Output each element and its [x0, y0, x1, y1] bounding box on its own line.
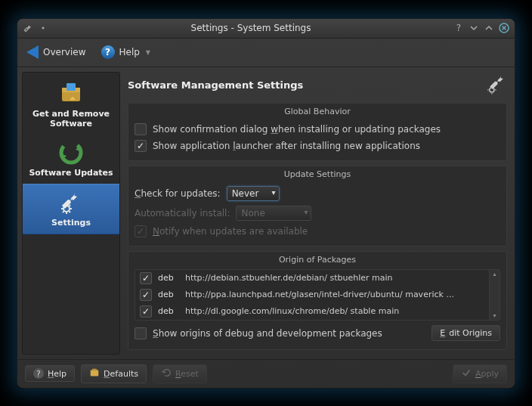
pin-icon[interactable] — [37, 22, 49, 34]
package-icon — [59, 82, 83, 106]
reset-button: Reset — [153, 364, 207, 383]
origin-checkbox[interactable] — [140, 289, 152, 301]
sidebar-item-updates[interactable]: Software Updates — [23, 135, 119, 184]
origin-type: deb — [158, 273, 179, 283]
origin-url: http://dl.google.com/linux/chrome/deb/ s… — [185, 306, 495, 316]
settings-icon — [59, 191, 83, 215]
help-label: Help — [119, 47, 140, 57]
help-icon: ? — [101, 45, 115, 59]
overview-button[interactable]: Overview — [23, 44, 89, 60]
scroll-up-icon[interactable]: ▴ — [490, 270, 500, 278]
help-menu-button[interactable]: ? Help ▼ — [98, 44, 154, 60]
maximize-icon[interactable] — [483, 22, 495, 34]
origin-row[interactable]: deb http://debian.stbuehler.de/debian/ s… — [135, 270, 500, 287]
svg-point-5 — [61, 143, 81, 163]
show-debug-label: Show origins of debug and development pa… — [153, 328, 382, 339]
group-legend: Global Behavior — [135, 107, 500, 116]
origin-url: http://debian.stbuehler.de/debian/ stbue… — [185, 273, 495, 283]
group-legend: Update Settings — [135, 169, 500, 179]
check-updates-label: Check for updates: — [135, 188, 221, 199]
notify-label: Notify when updates are available — [153, 226, 308, 237]
auto-install-select: None — [236, 206, 311, 221]
whatsthis-icon[interactable]: ? — [453, 22, 465, 34]
svg-point-0 — [42, 27, 45, 29]
origin-checkbox[interactable] — [140, 305, 152, 318]
close-icon[interactable] — [498, 22, 510, 34]
back-arrow-icon — [26, 45, 39, 59]
sidebar: Get and Remove Software Software Updates… — [22, 72, 120, 355]
origin-url: http://ppa.launchpad.net/glasen/intel-dr… — [185, 290, 495, 299]
edit-origins-button[interactable]: Edit Origins — [431, 325, 500, 341]
sidebar-item-label: Software Updates — [29, 168, 113, 178]
auto-install-label: Automatically install: — [135, 208, 230, 218]
wrench-icon[interactable] — [22, 22, 34, 34]
sidebar-item-label: Get and Remove Software — [26, 109, 116, 129]
updates-icon — [59, 141, 83, 165]
help-small-icon: ? — [33, 368, 44, 379]
minimize-icon[interactable] — [468, 22, 480, 34]
origin-checkbox[interactable] — [140, 272, 152, 284]
sidebar-item-get-remove[interactable]: Get and Remove Software — [23, 76, 119, 135]
sidebar-item-settings[interactable]: Settings — [23, 184, 119, 234]
undo-icon — [161, 367, 172, 380]
group-legend: Origin of Packages — [135, 255, 500, 265]
confirm-checkbox[interactable] — [135, 123, 147, 135]
svg-rect-8 — [91, 370, 99, 376]
notify-checkbox — [135, 225, 147, 237]
origin-type: deb — [158, 306, 179, 316]
check-updates-select[interactable]: Never — [227, 186, 280, 201]
origins-list[interactable]: deb http://debian.stbuehler.de/debian/ s… — [135, 269, 500, 321]
help-button[interactable]: ? Help — [25, 365, 75, 382]
confirm-label: Show confirmation dialog when installing… — [153, 124, 441, 135]
settings-window: Settings - System Settings ? Overview ? … — [17, 18, 515, 389]
overview-label: Overview — [43, 47, 86, 57]
chevron-down-icon: ▼ — [146, 49, 150, 56]
wrench-large-icon — [486, 73, 507, 97]
svg-rect-4 — [66, 83, 76, 91]
content-area: Software Management Settings Global Beha… — [120, 67, 515, 359]
scroll-down-icon[interactable]: ▾ — [490, 311, 500, 320]
titlebar: Settings - System Settings ? — [17, 19, 515, 39]
origin-row[interactable]: deb http://dl.google.com/linux/chrome/de… — [135, 303, 500, 320]
check-icon — [461, 367, 472, 380]
apply-button: Apply — [453, 364, 507, 383]
scrollbar[interactable]: ▴▾ — [489, 270, 500, 320]
dialog-buttonbar: ? Help Defaults Reset Apply — [17, 359, 515, 388]
origin-row[interactable]: deb http://ppa.launchpad.net/glasen/inte… — [135, 287, 500, 303]
launcher-checkbox[interactable] — [135, 140, 147, 152]
window-title: Settings - System Settings — [49, 23, 453, 33]
update-settings-group: Update Settings Check for updates: Never… — [128, 166, 507, 246]
origin-type: deb — [158, 290, 179, 299]
page-title: Software Management Settings — [128, 79, 303, 91]
launcher-label: Show application launcher after installi… — [153, 141, 420, 151]
show-debug-checkbox[interactable] — [135, 327, 147, 339]
defaults-icon — [89, 367, 100, 380]
toolbar: Overview ? Help ▼ — [17, 39, 515, 67]
global-behavior-group: Global Behavior Show confirmation dialog… — [128, 103, 507, 161]
origins-group: Origin of Packages deb http://debian.stb… — [128, 251, 507, 350]
sidebar-item-label: Settings — [51, 218, 91, 228]
defaults-button[interactable]: Defaults — [81, 364, 147, 383]
